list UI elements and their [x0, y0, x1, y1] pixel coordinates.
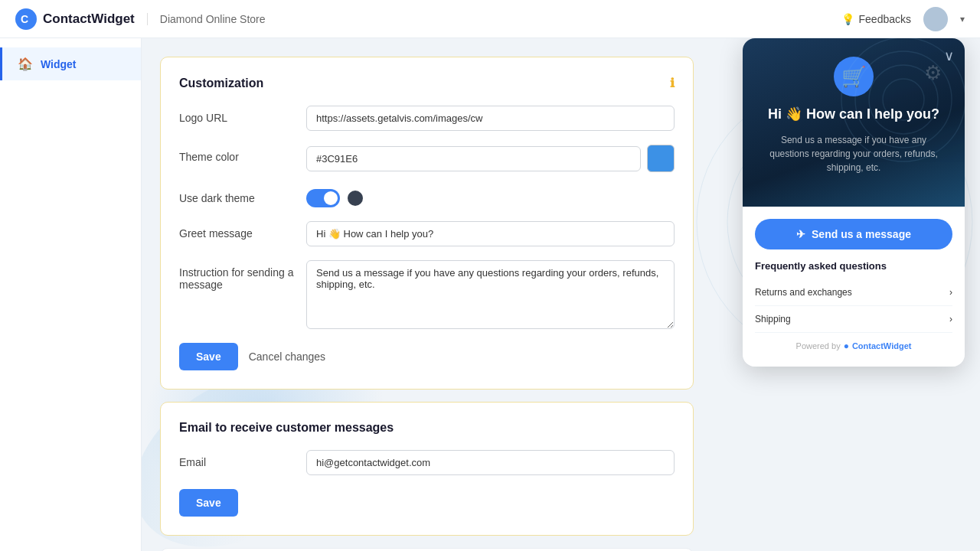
- widget-body: ✈ Send us a message Frequently asked que…: [743, 207, 965, 367]
- customization-card: Customization ℹ Logo URL Theme color Use…: [160, 57, 694, 390]
- cancel-button[interactable]: Cancel changes: [249, 350, 325, 363]
- settings-icon: ⚙: [924, 61, 942, 85]
- theme-color-row: Theme color: [179, 145, 675, 172]
- chevron-down-icon: ▾: [960, 14, 965, 24]
- dark-theme-row: Use dark theme: [179, 186, 675, 207]
- main-layout: 🏠 Widget Customization ℹ Logo URL Theme …: [0, 38, 980, 551]
- dark-theme-label: Use dark theme: [179, 186, 294, 204]
- email-action-row: Save: [179, 489, 675, 517]
- brand-icon: C: [15, 8, 37, 30]
- feedbacks-button[interactable]: 💡 Feedbacks: [841, 13, 911, 25]
- sidebar: 🏠 Widget: [0, 38, 142, 551]
- widget-faq-item-1[interactable]: Shipping ›: [755, 306, 952, 333]
- instruction-row: Instruction for sending a message Send u…: [179, 260, 675, 329]
- store-name: Diamond Online Store: [147, 13, 266, 25]
- theme-color-label: Theme color: [179, 145, 294, 163]
- widget-header: ⚙ ∨ 🛒 Hi 👋 How can I help you? Send us a…: [743, 38, 965, 207]
- instruction-label: Instruction for sending a message: [179, 260, 294, 291]
- email-label: Email: [179, 450, 294, 468]
- widget-preview: ⚙ ∨ 🛒 Hi 👋 How can I help you? Send us a…: [743, 38, 965, 367]
- nav-right: 💡 Feedbacks ▾: [841, 7, 965, 31]
- powered-by-text: Powered by: [796, 341, 841, 350]
- svg-point-9: [883, 79, 924, 120]
- save-button[interactable]: Save: [179, 343, 238, 370]
- brand-logo: C ContactWidget: [15, 8, 135, 30]
- widget-send-button[interactable]: ✈ Send us a message: [755, 219, 952, 249]
- feedbacks-label: Feedbacks: [859, 13, 911, 25]
- logo-url-row: Logo URL: [179, 106, 675, 131]
- info-icon: ℹ: [670, 76, 675, 90]
- preview-panel: ⚙ ∨ 🛒 Hi 👋 How can I help you? Send us a…: [727, 38, 965, 551]
- greet-message-row: Greet message: [179, 221, 675, 246]
- send-icon: ✈: [796, 228, 805, 240]
- powered-brand-icon: ●: [844, 341, 849, 351]
- email-section-title: Email to receive customer messages: [179, 421, 675, 435]
- logo-url-input[interactable]: [306, 106, 675, 131]
- widget-faq-chevron-1: ›: [949, 314, 952, 324]
- sidebar-item-widget[interactable]: 🏠 Widget: [0, 47, 141, 80]
- widget-faq-item-0-label: Returns and exchanges: [755, 287, 852, 298]
- email-card: Email to receive customer messages Email…: [160, 402, 694, 536]
- lightbulb-icon: 💡: [841, 13, 854, 25]
- dark-theme-toggle[interactable]: [306, 189, 340, 207]
- theme-color-wrapper: [306, 145, 675, 172]
- dark-theme-indicator: [348, 191, 363, 206]
- widget-faq-item-0[interactable]: Returns and exchanges ›: [755, 279, 952, 306]
- color-swatch[interactable]: [647, 145, 675, 172]
- powered-by: Powered by ● ContactWidget: [755, 333, 952, 354]
- widget-faq-item-1-label: Shipping: [755, 314, 791, 324]
- faq-card: Frequently asked questions: [160, 548, 694, 551]
- widget-collapse-button[interactable]: ∨: [944, 47, 954, 64]
- main-content: Customization ℹ Logo URL Theme color Use…: [142, 38, 712, 551]
- instruction-textarea[interactable]: Send us a message if you have any questi…: [306, 260, 675, 329]
- greet-message-input[interactable]: [306, 221, 675, 246]
- svg-text:C: C: [21, 13, 28, 25]
- logo-url-label: Logo URL: [179, 106, 294, 124]
- customization-title-text: Customization: [179, 77, 263, 90]
- customization-card-title: Customization ℹ: [179, 76, 675, 90]
- email-row: Email: [179, 450, 675, 475]
- powered-brand-name: ContactWidget: [852, 341, 912, 350]
- toggle-row: [306, 186, 675, 207]
- brand-name: ContactWidget: [43, 11, 135, 27]
- greet-message-label: Greet message: [179, 221, 294, 240]
- widget-faq-title: Frequently asked questions: [755, 260, 952, 272]
- email-save-button[interactable]: Save: [179, 489, 238, 517]
- theme-color-input[interactable]: [306, 146, 641, 171]
- home-icon: 🏠: [18, 57, 33, 71]
- email-input[interactable]: [306, 450, 675, 475]
- sidebar-item-widget-label: Widget: [41, 58, 77, 70]
- widget-send-label: Send us a message: [812, 228, 911, 240]
- top-navigation: C ContactWidget Diamond Online Store 💡 F…: [0, 0, 980, 38]
- customization-action-row: Save Cancel changes: [179, 343, 675, 370]
- widget-faq-chevron-0: ›: [949, 287, 952, 298]
- user-avatar-button[interactable]: [923, 7, 948, 31]
